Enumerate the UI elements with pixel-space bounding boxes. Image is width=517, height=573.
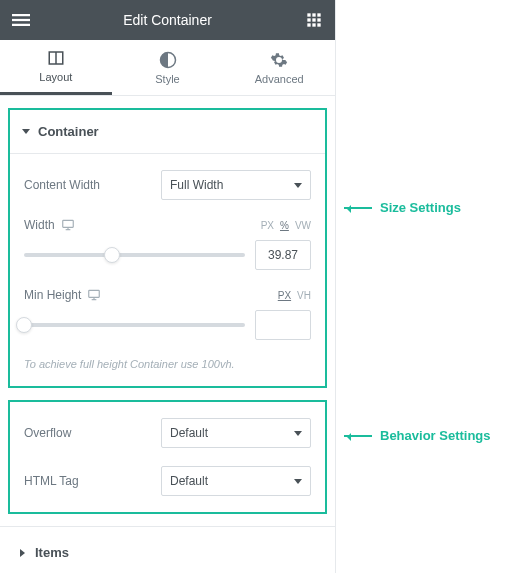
chevron-down-icon	[294, 479, 302, 484]
svg-rect-6	[307, 18, 310, 21]
minheight-slider-row	[24, 310, 311, 340]
hint-text: To achieve full height Container use 100…	[24, 358, 311, 370]
minheight-label-text: Min Height	[24, 288, 81, 302]
svg-rect-3	[307, 13, 310, 16]
tab-layout-label: Layout	[39, 71, 72, 83]
htmltag-select[interactable]: Default	[161, 466, 311, 496]
svg-rect-11	[317, 23, 320, 26]
htmltag-value: Default	[170, 474, 208, 488]
tab-advanced[interactable]: Advanced	[223, 40, 335, 95]
callout-size: Size Settings	[344, 200, 461, 215]
arrow-icon	[344, 435, 372, 437]
content-width-select[interactable]: Full Width	[161, 170, 311, 200]
content-width-value: Full Width	[170, 178, 223, 192]
width-label-text: Width	[24, 218, 55, 232]
style-icon	[159, 51, 177, 69]
overflow-label: Overflow	[24, 426, 161, 440]
htmltag-row: HTML Tag Default	[24, 466, 311, 496]
minheight-slider-thumb[interactable]	[16, 317, 32, 333]
apps-button[interactable]	[303, 9, 325, 31]
svg-rect-9	[307, 23, 310, 26]
width-units: PX % VW	[261, 220, 311, 231]
chevron-right-icon	[20, 549, 25, 557]
unit-vh[interactable]: VH	[297, 290, 311, 301]
unit-vw[interactable]: VW	[295, 220, 311, 231]
panel-title: Edit Container	[123, 12, 212, 28]
callout-behavior-text: Behavior Settings	[380, 428, 491, 443]
unit-px[interactable]: PX	[261, 220, 274, 231]
width-slider-thumb[interactable]	[104, 247, 120, 263]
svg-rect-7	[312, 18, 315, 21]
unit-percent[interactable]: %	[280, 220, 289, 231]
svg-rect-8	[317, 18, 320, 21]
desktop-icon[interactable]	[87, 288, 101, 302]
items-section-header[interactable]: Items	[0, 526, 335, 573]
content-width-row: Content Width Full Width	[24, 170, 311, 200]
content-width-label: Content Width	[24, 178, 161, 192]
container-section-header[interactable]: Container	[10, 110, 325, 154]
svg-rect-1	[12, 19, 30, 21]
tab-advanced-label: Advanced	[255, 73, 304, 85]
tabs: Layout Style Advanced	[0, 40, 335, 96]
apps-icon	[306, 12, 322, 28]
chevron-down-icon	[22, 129, 30, 134]
container-section-title: Container	[38, 124, 99, 139]
svg-rect-0	[12, 14, 30, 16]
behavior-section-body: Overflow Default HTML Tag Default	[10, 402, 325, 512]
tab-style[interactable]: Style	[112, 40, 224, 95]
callout-size-text: Size Settings	[380, 200, 461, 215]
svg-rect-18	[89, 290, 100, 297]
width-slider[interactable]	[24, 253, 245, 257]
minheight-row-head: Min Height PX VH	[24, 288, 311, 302]
overflow-row: Overflow Default	[24, 418, 311, 448]
svg-rect-5	[317, 13, 320, 16]
hamburger-icon	[12, 11, 30, 29]
container-section-body: Content Width Full Width Width PX % VW	[10, 154, 325, 386]
svg-rect-2	[12, 24, 30, 26]
width-label: Width	[24, 218, 261, 232]
behavior-section: Overflow Default HTML Tag Default	[8, 400, 327, 514]
callout-behavior: Behavior Settings	[344, 428, 491, 443]
svg-rect-10	[312, 23, 315, 26]
layout-icon	[47, 49, 65, 67]
items-title: Items	[35, 545, 69, 560]
edit-panel: Edit Container Layout Style Advanced Con…	[0, 0, 336, 573]
tab-style-label: Style	[155, 73, 179, 85]
minheight-label: Min Height	[24, 288, 278, 302]
arrow-icon	[344, 207, 372, 209]
htmltag-label: HTML Tag	[24, 474, 161, 488]
panel-header: Edit Container	[0, 0, 335, 40]
chevron-down-icon	[294, 183, 302, 188]
width-input[interactable]	[255, 240, 311, 270]
overflow-select[interactable]: Default	[161, 418, 311, 448]
minheight-slider[interactable]	[24, 323, 245, 327]
chevron-down-icon	[294, 431, 302, 436]
gear-icon	[270, 51, 288, 69]
svg-rect-15	[62, 220, 73, 227]
width-row-head: Width PX % VW	[24, 218, 311, 232]
menu-button[interactable]	[10, 9, 32, 31]
desktop-icon[interactable]	[61, 218, 75, 232]
overflow-value: Default	[170, 426, 208, 440]
minheight-input[interactable]	[255, 310, 311, 340]
minheight-units: PX VH	[278, 290, 311, 301]
tab-layout[interactable]: Layout	[0, 40, 112, 95]
container-section: Container Content Width Full Width Width…	[8, 108, 327, 388]
svg-rect-4	[312, 13, 315, 16]
width-slider-row	[24, 240, 311, 270]
unit-px[interactable]: PX	[278, 290, 291, 301]
